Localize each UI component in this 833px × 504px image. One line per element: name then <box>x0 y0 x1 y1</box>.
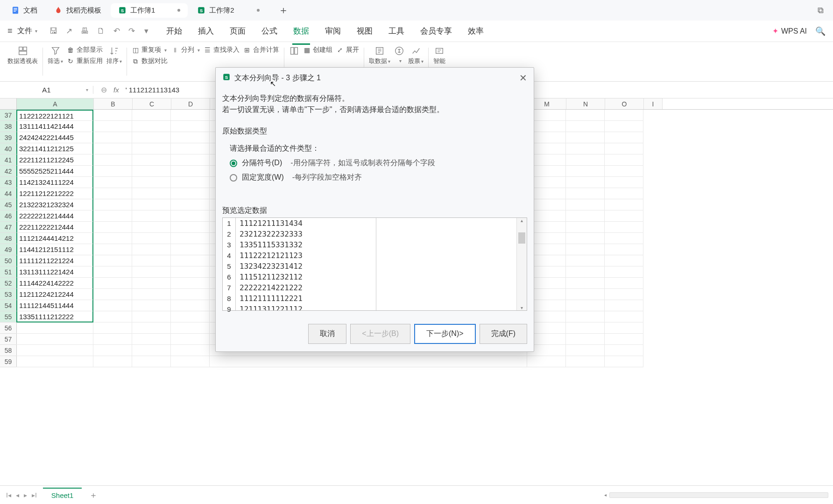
cell[interactable] <box>132 244 171 255</box>
radio-delimited[interactable]: 分隔符号(D) -用分隔字符，如逗号或制表符分隔每个字段 <box>230 158 527 168</box>
cell[interactable] <box>132 210 171 222</box>
cell[interactable] <box>566 222 605 233</box>
extract-button[interactable]: 取数据▾ <box>369 46 390 65</box>
col-header-i[interactable]: I <box>644 98 663 109</box>
cell[interactable] <box>566 334 605 345</box>
col-header-b[interactable]: B <box>94 98 133 109</box>
cell[interactable] <box>16 322 93 334</box>
cell[interactable] <box>605 166 643 177</box>
cell[interactable] <box>566 166 605 177</box>
row-header[interactable]: 49 <box>0 244 17 255</box>
cell[interactable] <box>605 300 643 311</box>
cell[interactable] <box>132 188 171 199</box>
horizontal-scrollbar[interactable]: ◂ <box>604 492 828 498</box>
previous-button[interactable]: <上一步(B) <box>350 324 410 344</box>
row-header[interactable]: 48 <box>0 233 17 244</box>
cell[interactable]: 55552525211444 <box>16 166 93 177</box>
radio-fixed-width[interactable]: 固定宽度(W) -每列字段加空格对齐 <box>230 173 527 182</box>
cell[interactable] <box>605 154 643 166</box>
cell[interactable]: 32211411212125 <box>16 143 93 154</box>
cell[interactable] <box>93 345 132 356</box>
finish-button[interactable]: 完成(F) <box>480 324 527 344</box>
show-all-button[interactable]: 🗑全部显示 <box>67 46 103 54</box>
row-header[interactable]: 47 <box>0 222 17 233</box>
cell[interactable] <box>605 266 643 278</box>
cell[interactable]: 12211212212222 <box>16 188 93 199</box>
cell[interactable] <box>93 188 132 199</box>
row-header[interactable]: 46 <box>0 210 17 222</box>
col-header-a[interactable]: A <box>17 98 94 109</box>
cell[interactable] <box>171 143 210 154</box>
cell[interactable]: 11421324111224 <box>16 177 93 188</box>
col-header-o[interactable]: O <box>605 98 644 109</box>
cell[interactable] <box>93 210 132 222</box>
cell[interactable] <box>132 322 171 334</box>
tab-efficiency[interactable]: 效率 <box>467 22 485 40</box>
cell[interactable] <box>605 322 643 334</box>
consolidate-button[interactable]: ⊞合并计算 <box>243 46 279 54</box>
cell[interactable]: 11441212151112 <box>16 244 93 255</box>
cell[interactable] <box>566 199 605 210</box>
tab-page[interactable]: 页面 <box>229 22 247 40</box>
tab-workbook1[interactable]: S 工作簿1 <box>111 3 188 18</box>
print-preview-icon[interactable]: 🗋 <box>97 27 105 36</box>
cell[interactable] <box>171 199 210 210</box>
cell[interactable] <box>171 166 210 177</box>
cell[interactable] <box>171 345 210 356</box>
cell[interactable] <box>605 255 643 266</box>
cell[interactable] <box>93 177 132 188</box>
cell[interactable] <box>527 356 566 367</box>
cell[interactable] <box>605 121 643 132</box>
cell[interactable] <box>132 154 171 166</box>
name-box[interactable]: A1 <box>0 86 93 94</box>
row-header[interactable]: 39 <box>0 132 17 143</box>
cell[interactable] <box>171 177 210 188</box>
preview-scrollbar[interactable]: ▴ ▾ <box>516 218 527 310</box>
cell[interactable] <box>93 143 132 154</box>
cell[interactable] <box>605 356 643 367</box>
row-header[interactable]: 58 <box>0 345 17 356</box>
cell[interactable] <box>171 322 210 334</box>
cell[interactable] <box>566 278 605 289</box>
scroll-thumb[interactable] <box>518 232 525 244</box>
pivot-button[interactable]: 数据透视表 <box>7 46 38 65</box>
find-entry-button[interactable]: ☰查找录入 <box>204 46 240 54</box>
cell[interactable] <box>93 311 132 322</box>
cell[interactable] <box>171 222 210 233</box>
cell[interactable] <box>171 266 210 278</box>
tab-workbook2[interactable]: S 工作簿2 <box>190 3 267 18</box>
cell[interactable] <box>16 356 93 367</box>
cell[interactable] <box>132 334 171 345</box>
expand-button[interactable]: ⤢展开 <box>336 46 359 54</box>
cell[interactable] <box>171 255 210 266</box>
cell[interactable] <box>93 300 132 311</box>
col-header-d[interactable]: D <box>171 98 210 109</box>
cell[interactable] <box>605 311 643 322</box>
cell[interactable] <box>605 110 643 121</box>
cell[interactable] <box>566 244 605 255</box>
cell[interactable] <box>566 210 605 222</box>
cell[interactable] <box>171 289 210 300</box>
row-header[interactable]: 41 <box>0 154 17 166</box>
cell[interactable]: 11111211221224 <box>16 255 93 266</box>
cell[interactable] <box>171 356 210 367</box>
tab-templates[interactable]: 找稻壳模板 <box>47 3 109 18</box>
cell[interactable] <box>171 154 210 166</box>
close-button[interactable]: ✕ <box>519 72 527 84</box>
cell[interactable] <box>566 266 605 278</box>
row-header[interactable]: 51 <box>0 266 17 278</box>
chevron-down-icon[interactable]: ▾ <box>144 26 148 36</box>
row-header[interactable]: 40 <box>0 143 17 154</box>
cell[interactable] <box>93 356 132 367</box>
cell[interactable] <box>132 278 171 289</box>
cell[interactable] <box>566 110 605 121</box>
dialog-titlebar[interactable]: S 文本分列向导 - 3 步骤之 1 ✕ <box>216 68 534 88</box>
tab-docs[interactable]: 文档 <box>4 3 45 18</box>
cell[interactable] <box>93 132 132 143</box>
scroll-left-icon[interactable]: ◂ <box>604 492 607 497</box>
row-header[interactable]: 38 <box>0 121 17 132</box>
cell[interactable] <box>566 345 605 356</box>
row-header[interactable]: 52 <box>0 278 17 289</box>
row-header[interactable]: 55 <box>0 311 17 322</box>
tab-member[interactable]: 会员专享 <box>419 22 453 40</box>
